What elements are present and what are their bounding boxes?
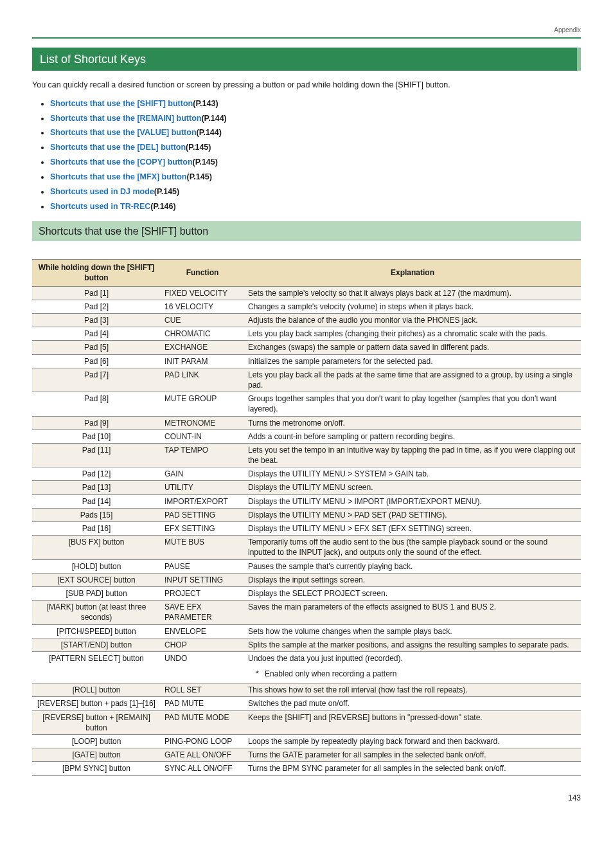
shortcuts-table: While holding down the [SHIFT] button Fu… — [32, 259, 581, 775]
table-cell-func: SAVE EFX PARAMETER — [161, 601, 244, 624]
toc-link-item: Shortcuts that use the [MFX] button(P.14… — [50, 172, 581, 183]
table-cell-key: Pad [1] — [32, 286, 161, 300]
toc-link-page: (P.145) — [186, 172, 211, 181]
table-cell-func: PAD MUTE — [161, 697, 244, 710]
toc-link-text[interactable]: Shortcuts that use the [COPY] button — [50, 158, 193, 167]
toc-link-text[interactable]: Shortcuts that use the [MFX] button — [50, 172, 186, 181]
table-row: [ROLL] buttonROLL SETThis shows how to s… — [32, 683, 581, 697]
table-cell-expl: Keeps the [SHIFT] and [REVERSE] buttons … — [244, 710, 581, 734]
table-cell-key: Pad [3] — [32, 314, 161, 327]
table-cell-func: ENVELOPE — [161, 624, 244, 638]
table-cell-expl: Adjusts the balance of the audio you mon… — [244, 314, 581, 327]
table-cell-expl: Lets you play back samples (changing the… — [244, 327, 581, 341]
table-cell-expl: Displays the SELECT PROJECT screen. — [244, 586, 581, 600]
table-cell-key: [SUB PAD] button — [32, 586, 161, 600]
table-row: [BPM SYNC] buttonSYNC ALL ON/OFFTurns th… — [32, 762, 581, 775]
toc-link-text[interactable]: Shortcuts that use the [SHIFT] button — [50, 99, 193, 108]
toc-link-item: Shortcuts that use the [REMAIN] button(P… — [50, 113, 581, 124]
table-cell-func: FIXED VELOCITY — [161, 286, 244, 300]
table-cell-func: GAIN — [161, 467, 244, 481]
table-cell-expl: Exchanges (swaps) the sample or pattern … — [244, 341, 581, 354]
table-cell-func: SYNC ALL ON/OFF — [161, 762, 244, 775]
table-cell-func: IMPORT/EXPORT — [161, 494, 244, 508]
toc-link-text[interactable]: Shortcuts that use the [VALUE] button — [50, 128, 197, 137]
intro-paragraph: You can quickly recall a desired functio… — [32, 80, 581, 91]
table-cell-func: MUTE BUS — [161, 536, 244, 559]
table-cell-key: [PITCH/SPEED] button — [32, 624, 161, 638]
toc-link-item: Shortcuts that use the [VALUE] button(P.… — [50, 127, 581, 138]
table-cell-key: Pad [6] — [32, 354, 161, 368]
table-cell-key: Pad [8] — [32, 392, 161, 416]
table-cell-expl: Adds a count-in before sampling or patte… — [244, 429, 581, 443]
table-cell-expl: Undoes the data you just inputted (recor… — [244, 651, 581, 683]
table-cell-expl: Sets how the volume changes when the sam… — [244, 624, 581, 638]
table-cell-key: [BPM SYNC] button — [32, 762, 161, 775]
table-cell-key: Pad [12] — [32, 467, 161, 481]
toc-link-item: Shortcuts used in DJ mode(P.145) — [50, 186, 581, 197]
table-cell-func: PING-PONG LOOP — [161, 735, 244, 748]
table-cell-expl: Displays the UTILITY MENU > SYSTEM > GAI… — [244, 467, 581, 481]
table-row: Pad [8]MUTE GROUPGroups together samples… — [32, 392, 581, 416]
table-cell-func: INPUT SETTING — [161, 573, 244, 586]
table-cell-func: PAUSE — [161, 559, 244, 573]
table-cell-expl: Lets you set the tempo in an intuitive w… — [244, 443, 581, 467]
toc-link-page: (P.145) — [193, 158, 218, 167]
toc-link-page: (P.145) — [154, 187, 179, 196]
table-row: Pad [4]CHROMATICLets you play back sampl… — [32, 327, 581, 341]
toc-links: Shortcuts that use the [SHIFT] button(P.… — [50, 98, 581, 212]
toc-link-page: (P.143) — [193, 99, 218, 108]
page-number: 143 — [32, 793, 581, 803]
toc-link-text[interactable]: Shortcuts that use the [DEL] button — [50, 143, 186, 152]
table-cell-func: PAD LINK — [161, 368, 244, 392]
table-row: Pad [11]TAP TEMPOLets you set the tempo … — [32, 443, 581, 467]
table-cell-expl: Splits the sample at the marker position… — [244, 638, 581, 651]
table-header-func: Function — [161, 260, 244, 286]
table-cell-key: Pad [10] — [32, 429, 161, 443]
table-row: [BUS FX] buttonMUTE BUSTemporarily turns… — [32, 536, 581, 559]
table-header-key: While holding down the [SHIFT] button — [32, 260, 161, 286]
toc-link-item: Shortcuts used in TR-REC(P.146) — [50, 201, 581, 212]
table-cell-key: [REVERSE] button + [REMAIN] button — [32, 710, 161, 734]
table-cell-expl: Temporarily turns off the audio sent to … — [244, 536, 581, 559]
table-cell-key: [HOLD] button — [32, 559, 161, 573]
table-cell-expl: Sets the sample's velocity so that it al… — [244, 286, 581, 300]
table-cell-key: [REVERSE] button + pads [1]–[16] — [32, 697, 161, 710]
table-row: Pad [7]PAD LINKLets you play back all th… — [32, 368, 581, 392]
table-cell-func: PROJECT — [161, 586, 244, 600]
table-cell-func: GATE ALL ON/OFF — [161, 748, 244, 762]
table-cell-func: TAP TEMPO — [161, 443, 244, 467]
table-cell-func: EXCHANGE — [161, 341, 244, 354]
table-row: Pad [6]INIT PARAMInitializes the sample … — [32, 354, 581, 368]
table-cell-func: ROLL SET — [161, 683, 244, 697]
table-cell-key: Pad [11] — [32, 443, 161, 467]
table-cell-expl: Turns the BPM SYNC parameter for all sam… — [244, 762, 581, 775]
table-cell-expl: Displays the UTILITY MENU > EFX SET (EFX… — [244, 522, 581, 536]
section-title: List of Shortcut Keys — [32, 48, 581, 71]
toc-link-text[interactable]: Shortcuts used in DJ mode — [50, 187, 154, 196]
table-row: Pad [14]IMPORT/EXPORTDisplays the UTILIT… — [32, 494, 581, 508]
table-cell-func: CHROMATIC — [161, 327, 244, 341]
table-row: Pad [12]GAINDisplays the UTILITY MENU > … — [32, 467, 581, 481]
toc-link-page: (P.144) — [197, 128, 222, 137]
table-row: [LOOP] buttonPING-PONG LOOPLoops the sam… — [32, 735, 581, 748]
table-cell-key: [MARK] button (at least three seconds) — [32, 601, 161, 624]
table-cell-expl: Displays the UTILITY MENU > PAD SET (PAD… — [244, 508, 581, 521]
table-row: [MARK] button (at least three seconds)SA… — [32, 601, 581, 624]
table-row: [START/END] buttonCHOPSplits the sample … — [32, 638, 581, 651]
table-cell-func: PAD MUTE MODE — [161, 710, 244, 734]
toc-link-text[interactable]: Shortcuts used in TR-REC — [50, 202, 150, 211]
table-cell-func: UNDO — [161, 651, 244, 683]
toc-link-page: (P.145) — [186, 143, 211, 152]
table-row: Pad [16]EFX SETTINGDisplays the UTILITY … — [32, 522, 581, 536]
appendix-label: Appendix — [32, 26, 581, 39]
table-row: [SUB PAD] buttonPROJECTDisplays the SELE… — [32, 586, 581, 600]
table-cell-key: [START/END] button — [32, 638, 161, 651]
table-row: [GATE] buttonGATE ALL ON/OFFTurns the GA… — [32, 748, 581, 762]
table-cell-key: Pad [5] — [32, 341, 161, 354]
table-cell-func: CHOP — [161, 638, 244, 651]
table-cell-expl: This shows how to set the roll interval … — [244, 683, 581, 697]
table-cell-expl: Lets you play back all the pads at the s… — [244, 368, 581, 392]
table-cell-expl: Turns the GATE parameter for all samples… — [244, 748, 581, 762]
table-cell-expl: Displays the UTILITY MENU screen. — [244, 481, 581, 494]
toc-link-text[interactable]: Shortcuts that use the [REMAIN] button — [50, 114, 201, 123]
